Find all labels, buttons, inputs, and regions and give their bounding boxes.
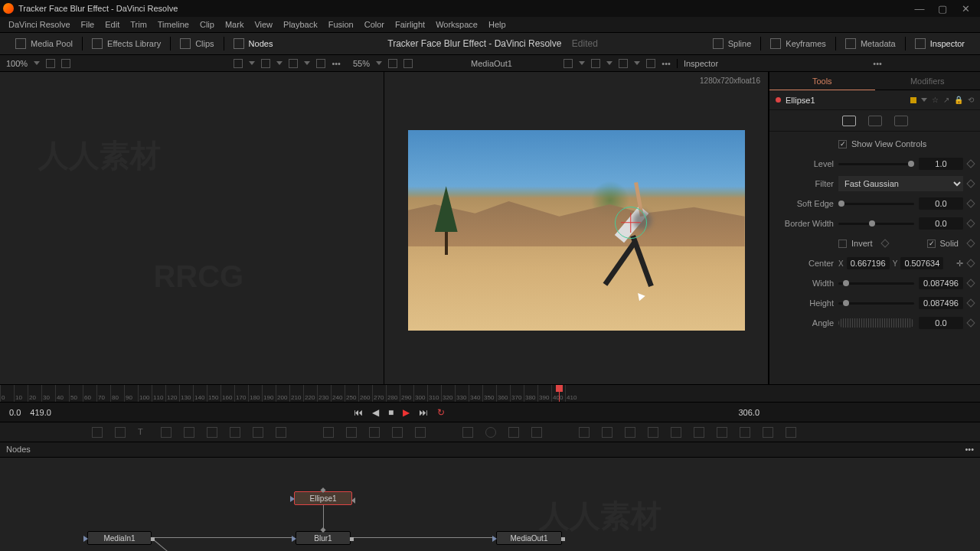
ruler-tick[interactable]: 170: [234, 385, 248, 402]
keyframe-icon[interactable]: [966, 179, 975, 187]
tool-bspline-icon[interactable]: [531, 427, 542, 438]
menu-item[interactable]: Workspace: [430, 20, 483, 29]
viewer-opt-icon[interactable]: [61, 59, 70, 68]
ruler-tick[interactable]: 380: [524, 385, 537, 402]
tool-text-icon[interactable]: T: [138, 427, 149, 438]
chevron-down-icon[interactable]: [304, 61, 310, 65]
lock-icon[interactable]: 🔒: [954, 96, 963, 104]
invert-checkbox[interactable]: [838, 240, 847, 248]
node-blur1[interactable]: Blur1: [296, 531, 351, 545]
level-slider[interactable]: [838, 163, 914, 165]
inspector-tab-tools[interactable]: Tools: [769, 72, 875, 90]
viewer-grid-icon[interactable]: [564, 59, 573, 68]
tool-icon[interactable]: [671, 427, 681, 438]
ruler-tick[interactable]: 310: [427, 385, 441, 402]
tab-effects-library[interactable]: Effects Library: [84, 33, 168, 54]
tracker-overlay[interactable]: [615, 207, 647, 239]
tab-nodes[interactable]: Nodes: [226, 33, 281, 54]
ruler-tick[interactable]: 70: [96, 385, 110, 402]
ruler-tick[interactable]: 300: [413, 385, 427, 402]
show-view-controls-checkbox[interactable]: [838, 140, 847, 148]
menu-item[interactable]: Edit: [100, 20, 125, 29]
playhead[interactable]: [559, 385, 560, 402]
center-y-value[interactable]: 0.507634: [900, 257, 943, 269]
right-viewer[interactable]: 1280x720xfloat16: [384, 72, 769, 384]
tool-icon[interactable]: [415, 427, 426, 438]
tool-icon[interactable]: [694, 427, 704, 438]
ruler-tick[interactable]: 80: [110, 385, 124, 402]
tab-keyframes[interactable]: Keyframes: [763, 38, 834, 49]
tool-rect-icon[interactable]: [462, 427, 473, 438]
node-mediaout1[interactable]: MediaOut1: [496, 531, 562, 545]
tool-icon[interactable]: [184, 427, 194, 438]
reset-icon[interactable]: ⟲: [968, 96, 974, 104]
pin-icon[interactable]: ☆: [932, 96, 939, 104]
menu-item[interactable]: Help: [483, 20, 511, 29]
ruler-tick[interactable]: 140: [193, 385, 207, 402]
viewer-channel-icon[interactable]: [261, 59, 270, 68]
ruler-tick[interactable]: 30: [41, 385, 55, 402]
menu-item[interactable]: Color: [359, 20, 390, 29]
tool-icon[interactable]: [346, 427, 357, 438]
solid-checkbox[interactable]: [927, 240, 936, 248]
viewer-1up-icon[interactable]: [316, 59, 325, 68]
tool-icon[interactable]: [92, 427, 103, 438]
ruler-tick[interactable]: 110: [152, 385, 165, 402]
ruler-tick[interactable]: 240: [331, 385, 345, 402]
chevron-down-icon[interactable]: [276, 61, 283, 65]
height-slider[interactable]: [838, 302, 914, 305]
menu-item[interactable]: Trim: [125, 20, 152, 29]
ruler-tick[interactable]: 260: [358, 385, 372, 402]
ruler-tick[interactable]: 320: [441, 385, 455, 402]
keyframe-icon[interactable]: [966, 318, 975, 327]
ruler-tick[interactable]: 120: [165, 385, 179, 402]
ruler-tick[interactable]: 290: [400, 385, 413, 402]
minimize-button[interactable]: —: [908, 3, 931, 15]
menu-item[interactable]: Fusion: [323, 20, 359, 29]
ruler-tick[interactable]: 250: [345, 385, 358, 402]
ruler-tick[interactable]: 40: [55, 385, 69, 402]
menu-item[interactable]: View: [249, 20, 278, 29]
goto-end-button[interactable]: ⏭: [419, 407, 428, 418]
menu-item[interactable]: Playback: [278, 20, 323, 29]
soft-edge-slider[interactable]: [838, 203, 914, 205]
tool-poly-icon[interactable]: [508, 427, 519, 438]
menu-item[interactable]: Clip: [194, 20, 220, 29]
viewer-opt-icon[interactable]: [46, 59, 55, 68]
tool-icon[interactable]: [323, 427, 334, 438]
level-value[interactable]: 1.0: [919, 158, 963, 170]
ruler-tick[interactable]: 10: [14, 385, 28, 402]
tool-icon[interactable]: [579, 427, 590, 438]
soft-edge-value[interactable]: 0.0: [919, 197, 963, 210]
range-end[interactable]: 419.0: [30, 408, 51, 417]
height-value[interactable]: 0.087496: [919, 297, 963, 309]
ruler-tick[interactable]: 350: [482, 385, 496, 402]
tool-icon[interactable]: [276, 427, 286, 438]
ruler-tick[interactable]: 90: [124, 385, 138, 402]
tab-metadata[interactable]: Metadata: [838, 38, 903, 49]
play-button[interactable]: ▶: [403, 407, 410, 418]
viewer-1up-icon[interactable]: [646, 59, 655, 68]
settings-tab-icon[interactable]: [894, 116, 908, 126]
center-x-value[interactable]: 0.667196: [847, 257, 890, 269]
ruler-tick[interactable]: 160: [220, 385, 234, 402]
width-slider[interactable]: [838, 282, 914, 285]
viewer-grid-icon[interactable]: [234, 59, 243, 68]
tool-icon[interactable]: [369, 427, 380, 438]
tab-inspector[interactable]: Inspector: [907, 38, 972, 49]
ruler-tick[interactable]: 270: [372, 385, 386, 402]
right-viewer-zoom[interactable]: 55%: [353, 59, 370, 68]
goto-start-button[interactable]: ⏮: [354, 407, 363, 418]
width-value[interactable]: 0.087496: [919, 277, 963, 289]
viewer-split-icon[interactable]: [619, 59, 628, 68]
ruler-tick[interactable]: 330: [455, 385, 469, 402]
range-start[interactable]: 0.0: [9, 408, 21, 417]
time-ruler[interactable]: 0102030405060708090100110120130140150160…: [0, 384, 980, 403]
chevron-down-icon[interactable]: [579, 61, 585, 65]
tool-icon[interactable]: [717, 427, 727, 438]
ruler-tick[interactable]: 190: [262, 385, 276, 402]
loop-button[interactable]: ↻: [437, 407, 445, 418]
tool-icon[interactable]: [786, 427, 796, 438]
version-icon[interactable]: ↗: [943, 96, 949, 104]
keyframe-icon[interactable]: [966, 279, 975, 287]
